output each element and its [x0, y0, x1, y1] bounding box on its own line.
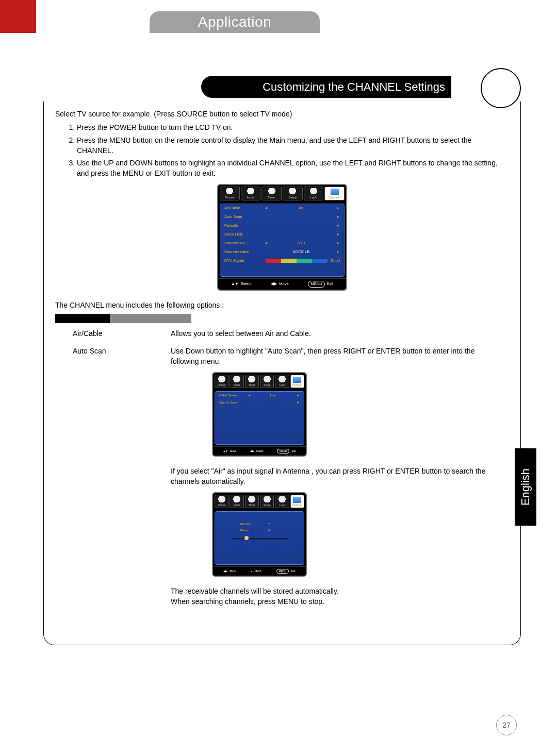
menu-tab-label: Lock	[280, 383, 285, 387]
timer-icon	[267, 188, 276, 195]
menu-footer: ◀▶Move ●NEXT MENUExit	[213, 566, 306, 576]
lock-icon	[309, 188, 318, 195]
menu-tab-audio[interactable]: Audio	[241, 187, 261, 201]
menu-row-label: Auto Scan	[224, 214, 263, 220]
updown-icon: ▲▼	[223, 449, 228, 453]
scan-progress-figure: Picture Audio Timer Setup Lock Channel R…	[212, 492, 307, 577]
audio-icon	[246, 188, 255, 195]
menu-row-favorite[interactable]: Favorite►	[220, 222, 344, 230]
menu-row-value: Auto	[253, 393, 292, 398]
menu-tab-timer[interactable]: Timer	[245, 495, 259, 508]
menu-tab-audio[interactable]: Audio	[230, 375, 243, 388]
right-arrow-icon[interactable]: ►	[333, 241, 340, 246]
footer-move-label: Move	[279, 281, 288, 287]
menu-row-air-cable[interactable]: Air/Cable◄Air►	[220, 204, 344, 213]
right-arrow-icon[interactable]: ►	[333, 214, 340, 220]
menu-row-cable-system[interactable]: Cable System◄Auto►	[215, 392, 304, 399]
page-number-value: 27	[502, 721, 511, 729]
right-arrow-icon[interactable]: ►	[333, 223, 340, 229]
menu-tab-lock[interactable]: Lock	[275, 375, 289, 388]
rf-ch-label: RF CH	[240, 522, 261, 527]
left-arrow-icon[interactable]: ◄	[263, 206, 270, 211]
lock-icon	[277, 496, 287, 503]
left-arrow-icon[interactable]: ◄	[263, 241, 270, 246]
setup-icon	[263, 376, 272, 383]
scan-progress: RF CH7 Found4	[215, 512, 304, 548]
menu-tab-setup[interactable]: Setup	[260, 495, 274, 508]
menu-tab-label: Audio	[247, 195, 254, 200]
menu-row-label: Channel No	[224, 241, 263, 246]
menu-row-auto-scan[interactable]: Auto Scan►	[220, 213, 344, 222]
language-label: English	[519, 468, 532, 506]
section-title: Customizing the CHANNEL Settings	[263, 80, 445, 94]
channel-icon	[330, 188, 339, 195]
signal-bars-icon	[266, 259, 327, 263]
menu-tab-timer[interactable]: Timer	[261, 187, 282, 201]
right-arrow-icon[interactable]: ►	[292, 400, 300, 405]
menu-tab-label: Timer	[268, 195, 275, 200]
menu-row-label: Show Hide	[224, 232, 263, 238]
section-title-pill: Customizing the CHANNEL Settings	[201, 76, 451, 98]
leftright-icon: ◀▶	[223, 569, 227, 573]
footer-exit-label: Exit	[291, 449, 296, 453]
menu-tab-label: Channel	[292, 503, 302, 507]
footer-select-label: Select	[241, 281, 252, 287]
menu-tab-label: Audio	[234, 503, 240, 507]
menu-row-label: Channel Label	[224, 249, 263, 255]
option-row-air-cable: Air/Cable Allows you to select between A…	[55, 328, 509, 339]
right-arrow-icon[interactable]: ►	[292, 393, 300, 398]
step-item: Use the UP and DOWN buttons to highlight…	[77, 158, 509, 179]
menu-row-value: Air	[270, 206, 333, 211]
auto-scan-trailing-2: When searching channels, press MENU to s…	[171, 596, 504, 607]
menu-row-label: Cable System	[219, 393, 245, 398]
menu-row-channel-label[interactable]: Channel LabelKOCE LB►	[220, 248, 344, 257]
left-arrow-icon[interactable]: ◄	[245, 393, 253, 398]
channel-menu-figure: Picture Audio Timer Setup Lock Channel A…	[217, 184, 347, 291]
channel-icon	[292, 376, 302, 383]
menu-tab-label: Channel	[329, 195, 340, 200]
menu-tab-channel[interactable]: Channel	[290, 495, 304, 508]
app-tab-label: Application	[198, 14, 271, 30]
page-number: 27	[496, 715, 517, 735]
footer-next-label: NEXT	[254, 569, 261, 573]
menu-row-label: Start to Scan	[219, 400, 245, 405]
menu-row-label: Air/Cable	[224, 206, 263, 211]
menu-row-channel-no[interactable]: Channel No◄50 3►	[220, 239, 344, 248]
auto-scan-menu-figure: Picture Audio Timer Setup Lock Channel C…	[212, 372, 307, 457]
divider-bar	[55, 314, 509, 323]
found-value: 4	[268, 528, 278, 533]
right-arrow-icon[interactable]: ►	[333, 206, 340, 211]
footer-exit-label: Exit	[327, 281, 334, 287]
menu-row-start-to-scan[interactable]: Start to Scan►	[215, 399, 304, 407]
menu-row-dtv-signal: DTV SignalGood	[220, 257, 344, 265]
language-side-tab: English	[515, 448, 536, 526]
menu-tab-label: Lock	[280, 503, 285, 507]
footer-exit-label: Exit	[291, 569, 295, 573]
menu-tab-lock[interactable]: Lock	[304, 187, 324, 201]
right-arrow-icon[interactable]: ►	[333, 249, 340, 255]
option-row-auto-scan: Auto Scan Use Down button to highlight "…	[55, 346, 509, 607]
menu-tab-channel[interactable]: Channel	[324, 187, 345, 201]
menu-footer: ▲▼Move ◀▶Select MENUExit	[213, 446, 306, 456]
menu-tab-picture[interactable]: Picture	[215, 495, 228, 508]
signal-quality: Good	[331, 258, 340, 264]
menu-tab-setup[interactable]: Setup	[260, 375, 274, 388]
menu-tab-audio[interactable]: Audio	[230, 495, 243, 508]
menu-tab-timer[interactable]: Timer	[245, 375, 259, 388]
leftright-icon: ◀▶	[250, 449, 254, 453]
right-arrow-icon[interactable]: ►	[333, 232, 340, 238]
progress-track	[231, 537, 288, 540]
menu-tab-picture[interactable]: Picture	[215, 375, 228, 388]
option-label: Air/Cable	[55, 328, 171, 339]
menu-row-value: 50 3	[270, 241, 333, 246]
menu-row-show-hide[interactable]: Show Hide►	[220, 230, 344, 239]
rf-ch-value: 7	[268, 522, 278, 527]
menu-tab-picture[interactable]: Picture	[220, 187, 240, 201]
updown-icon: ▲▼	[231, 281, 239, 287]
menu-tab-channel[interactable]: Channel	[290, 375, 304, 388]
menu-row-value: KOCE LB	[293, 249, 310, 254]
options-intro: The CHANNEL menu includes the following …	[55, 300, 509, 310]
menu-tab-lock[interactable]: Lock	[275, 495, 289, 508]
menu-tab-setup[interactable]: Setup	[283, 187, 303, 201]
menu-row-label: Favorite	[224, 223, 263, 229]
